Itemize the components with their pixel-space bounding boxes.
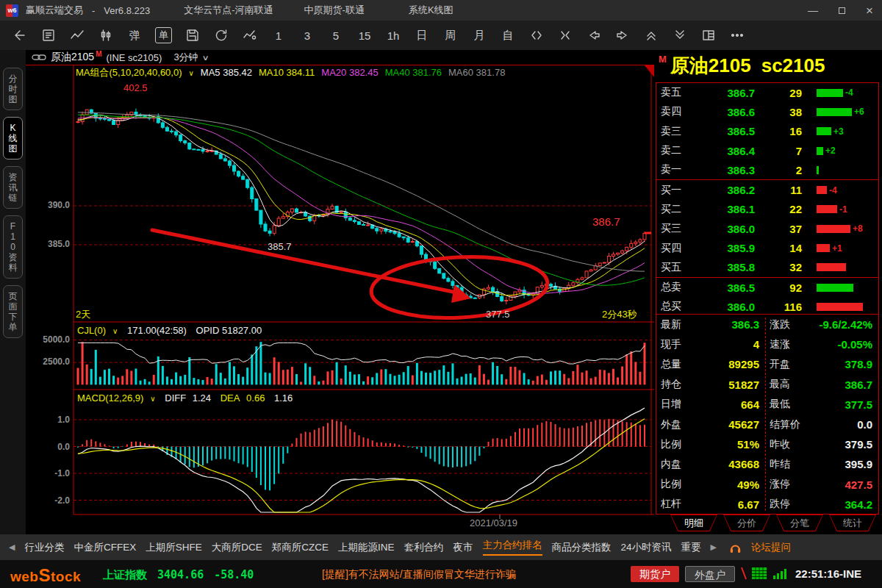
chevron-down-icon[interactable]: ∨	[150, 395, 155, 403]
nav-item-夜市[interactable]: 夜市	[453, 541, 473, 554]
period-button-1h[interactable]: 1h	[385, 26, 401, 45]
contract-name[interactable]: 原油2105	[51, 51, 94, 64]
nav-item-大商所DCE[interactable]: 大商所DCE	[212, 541, 262, 554]
close-button[interactable]: ×	[866, 4, 873, 17]
lightning-order-icon[interactable]: 弹	[126, 26, 143, 45]
period-button-日[interactable]: 日	[414, 26, 430, 45]
macd-indicator-name[interactable]: MACD(12,26,9)	[77, 392, 143, 404]
nav-item-行业分类[interactable]: 行业分类	[24, 541, 64, 554]
bar-countdown: 2分43秒	[602, 308, 637, 321]
chevron-down-icon[interactable]: ∨	[189, 69, 194, 77]
quote-volume: 14	[755, 242, 802, 254]
quote-row-卖三[interactable]: 卖三386.516+3	[656, 122, 878, 141]
cjl-indicator-name[interactable]: CJL(0)	[77, 325, 106, 336]
minimize-button[interactable]: —	[808, 5, 818, 15]
quote-tab-label: 明细	[671, 515, 717, 531]
main-toolbar: 弹单135151h日周月自	[0, 21, 882, 50]
nav-item-上期能源INE[interactable]: 上期能源INE	[338, 541, 395, 554]
nav-item-郑商所CZCE[interactable]: 郑商所CZCE	[272, 541, 329, 554]
refresh-icon[interactable]	[213, 26, 229, 45]
chevron-down-icon[interactable]: ∨	[201, 54, 209, 62]
stat-row: 最新386.3涨跌-9.6/2.42%	[656, 315, 878, 334]
period-button-周[interactable]: 周	[442, 26, 459, 45]
quote-tab-统计[interactable]: 统计	[829, 514, 876, 531]
period-button-15[interactable]: 15	[356, 26, 373, 45]
more-icon[interactable]	[729, 26, 745, 45]
pan-left-icon[interactable]	[586, 26, 602, 45]
sidebar-tab-页面下单[interactable]: 页面下单	[3, 285, 23, 338]
zoom-out-icon[interactable]	[528, 26, 545, 45]
depth-delta: +3	[833, 126, 844, 137]
kline-chart-area[interactable]: MA组合(5,10,20,40,60,0)∨MA5 385.42MA10 384…	[26, 65, 654, 534]
period-button-自[interactable]: 自	[500, 26, 516, 45]
back-arrow-icon[interactable]	[12, 26, 28, 45]
chevron-down-icon[interactable]: ∨	[112, 327, 118, 335]
period-button-3[interactable]: 3	[299, 26, 315, 45]
quote-row-卖二[interactable]: 卖二386.47+2	[656, 141, 878, 160]
contract-code: (INE sc2105)	[107, 52, 162, 63]
depth-bar	[817, 108, 852, 116]
quote-row-卖四[interactable]: 卖四386.638+6	[656, 102, 878, 121]
layout-icon[interactable]	[700, 26, 717, 45]
quote-price: 386.7	[696, 87, 755, 99]
market-grid-icon[interactable]	[751, 567, 767, 580]
sidebar-tab-F10资料[interactable]: F10资料	[3, 215, 23, 279]
quote-tab-分价[interactable]: 分价	[723, 514, 770, 531]
quote-volume: 2	[755, 164, 802, 176]
sidebar-tab-K线图[interactable]: K线图	[3, 117, 23, 159]
stat-label: 结算价	[770, 418, 800, 431]
nav-scroll-left-icon[interactable]: ◀	[9, 542, 15, 552]
chevron-double-down-icon[interactable]	[672, 26, 688, 45]
quote-row-买一[interactable]: 买一386.211-4	[656, 180, 878, 199]
quote-row-买五[interactable]: 买五385.832	[656, 258, 878, 277]
quote-row-买三[interactable]: 买三386.037+8	[656, 219, 878, 238]
nav-scroll-right-icon[interactable]: ▶	[711, 542, 717, 552]
sidebar-tab-资讯链[interactable]: 资讯链	[3, 166, 23, 209]
quote-list-icon[interactable]	[40, 26, 57, 45]
zoom-in-icon[interactable]	[557, 26, 573, 45]
quote-row-label: 卖五	[661, 86, 696, 99]
nav-item-主力合约排名[interactable]: 主力合约排名	[483, 539, 542, 556]
macd-diff-value: 1.24	[193, 392, 211, 404]
stat-label: 比例	[661, 438, 681, 451]
server-time: 22:51:16-INE	[795, 567, 861, 580]
stat-value: 377.5	[845, 398, 872, 411]
save-icon[interactable]	[184, 26, 201, 45]
forum-link[interactable]: 论坛提问	[751, 541, 791, 554]
quote-row-卖一[interactable]: 卖一386.32	[656, 160, 878, 179]
nav-item-中金所CFFEX[interactable]: 中金所CFFEX	[74, 541, 136, 554]
quote-row-买四[interactable]: 买四385.914+1	[656, 238, 878, 257]
period-button-月[interactable]: 月	[471, 26, 487, 45]
quote-row-买二[interactable]: 买二386.122-1	[656, 200, 878, 219]
period-button-1[interactable]: 1	[270, 26, 287, 45]
pan-right-icon[interactable]	[614, 26, 631, 45]
quote-tab-分笔[interactable]: 分笔	[776, 514, 823, 531]
depth-bar	[817, 303, 863, 311]
stat-value: 664	[741, 398, 759, 411]
quote-tab-明细[interactable]: 明细	[670, 514, 717, 531]
nav-item-商品分类指数[interactable]: 商品分类指数	[552, 541, 612, 554]
kline-chart-canvas[interactable]	[26, 65, 654, 534]
quote-price: 386.6	[696, 106, 755, 118]
period-selector[interactable]: 3分钟	[173, 51, 198, 64]
ma-settings[interactable]: MA组合(5,10,20,40,60,0)	[76, 67, 182, 78]
nav-item-套利合约[interactable]: 套利合约	[404, 541, 444, 554]
nav-item-24小时资讯[interactable]: 24小时资讯	[621, 541, 672, 554]
maximize-button[interactable]	[839, 7, 845, 14]
futures-account-button[interactable]: 期货户	[631, 566, 679, 582]
line-chart-icon[interactable]	[69, 26, 85, 45]
order-panel-icon[interactable]: 单	[155, 27, 172, 43]
indicator-style-icon[interactable]	[242, 26, 258, 45]
quote-row-总卖[interactable]: 总卖386.592	[656, 278, 878, 297]
period-button-5[interactable]: 5	[328, 26, 344, 45]
nav-item-上期所SHFE[interactable]: 上期所SHFE	[146, 541, 202, 554]
index-change: -58.40	[214, 568, 254, 582]
nav-item-重要[interactable]: 重要	[681, 541, 701, 554]
chevron-up-icon[interactable]	[643, 26, 659, 45]
quote-row-总买[interactable]: 总买386.0116	[656, 297, 878, 316]
candlestick-icon[interactable]	[98, 26, 114, 45]
external-account-button[interactable]: 外盘户	[685, 566, 735, 582]
quote-row-卖五[interactable]: 卖五386.729-4	[656, 83, 878, 102]
sidebar-tab-分时图[interactable]: 分时图	[3, 68, 23, 110]
macd-axis-label: -1.0	[26, 468, 70, 478]
